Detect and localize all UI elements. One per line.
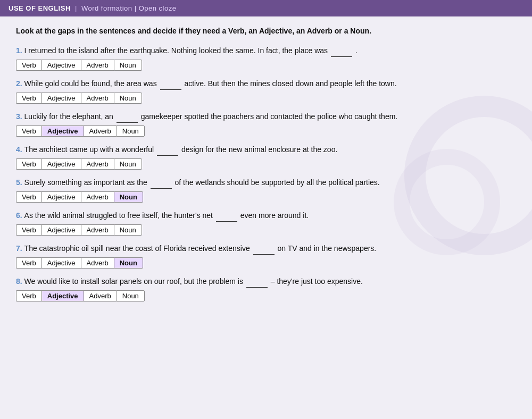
- question-4-options: VerbAdjectiveAdverbNoun: [16, 158, 516, 170]
- question-4: 4. The architect came up with a wonderfu…: [16, 144, 516, 170]
- question-3-blank: [117, 111, 138, 123]
- question-7-blank: [253, 243, 275, 255]
- question-6-number: 6.: [16, 211, 24, 220]
- question-2-option-adjective[interactable]: Adjective: [41, 93, 81, 104]
- question-2: 2. While gold could be found, the area w…: [16, 78, 516, 104]
- question-4-option-verb[interactable]: Verb: [16, 158, 41, 170]
- question-2-blank: [160, 78, 181, 90]
- question-5-option-adverb[interactable]: Adverb: [81, 191, 114, 203]
- question-4-number: 4.: [16, 145, 24, 154]
- question-7-option-noun[interactable]: Noun: [114, 257, 143, 269]
- question-3-text: 3. Luckily for the elephant, an gamekeep…: [16, 111, 516, 123]
- question-6-option-adverb[interactable]: Adverb: [81, 224, 114, 236]
- question-2-number: 2.: [16, 79, 24, 88]
- instructions: Look at the gaps in the sentences and de…: [16, 26, 516, 37]
- question-1-blank: [331, 45, 352, 57]
- question-7-options: VerbAdjectiveAdverbNoun: [16, 257, 516, 269]
- question-1: 1. I returned to the island after the ea…: [16, 45, 516, 71]
- question-5: 5. Surely something as important as the …: [16, 177, 516, 203]
- question-1-option-adjective[interactable]: Adjective: [41, 60, 81, 71]
- question-1-option-verb[interactable]: Verb: [16, 60, 41, 71]
- question-4-option-adjective[interactable]: Adjective: [41, 158, 81, 170]
- question-1-options: VerbAdjectiveAdverbNoun: [16, 60, 516, 71]
- question-8-option-verb[interactable]: Verb: [16, 290, 41, 301]
- question-5-number: 5.: [16, 178, 24, 187]
- question-8-option-adjective[interactable]: Adjective: [41, 290, 84, 301]
- question-3: 3. Luckily for the elephant, an gamekeep…: [16, 111, 516, 137]
- question-8-option-adverb[interactable]: Adverb: [84, 290, 117, 301]
- question-7-option-adjective[interactable]: Adjective: [41, 257, 81, 269]
- question-2-option-adverb[interactable]: Adverb: [81, 93, 114, 104]
- header-title: USE OF ENGLISH: [9, 4, 71, 12]
- question-6-options: VerbAdjectiveAdverbNoun: [16, 224, 516, 236]
- question-8-option-noun[interactable]: Noun: [117, 290, 145, 301]
- question-7-text: 7. The catastrophic oil spill near the c…: [16, 243, 516, 255]
- header-pipe: |: [75, 4, 79, 12]
- question-1-text: 1. I returned to the island after the ea…: [16, 45, 516, 57]
- question-6-option-verb[interactable]: Verb: [16, 224, 41, 236]
- question-4-blank: [157, 144, 178, 156]
- question-8-number: 8.: [16, 277, 24, 286]
- main-content: Look at the gaps in the sentences and de…: [0, 16, 532, 317]
- question-3-option-verb[interactable]: Verb: [16, 125, 41, 137]
- question-7-option-adverb[interactable]: Adverb: [81, 257, 114, 269]
- question-8-options: VerbAdjectiveAdverbNoun: [16, 290, 516, 301]
- question-6-blank: [216, 210, 237, 222]
- question-8-blank: [246, 276, 268, 288]
- question-6-option-adjective[interactable]: Adjective: [41, 224, 81, 236]
- question-3-option-adjective[interactable]: Adjective: [41, 125, 84, 137]
- header-subtitle: Word formation | Open cloze: [81, 4, 177, 12]
- question-5-text: 5. Surely something as important as the …: [16, 177, 516, 189]
- question-2-text: 2. While gold could be found, the area w…: [16, 78, 516, 90]
- page-header: USE OF ENGLISH | Word formation | Open c…: [0, 0, 532, 16]
- question-5-option-adjective[interactable]: Adjective: [41, 191, 81, 203]
- question-4-text: 4. The architect came up with a wonderfu…: [16, 144, 516, 156]
- question-1-option-noun[interactable]: Noun: [114, 60, 142, 71]
- question-7-option-verb[interactable]: Verb: [16, 257, 41, 269]
- question-1-number: 1.: [16, 46, 24, 55]
- question-3-option-adverb[interactable]: Adverb: [84, 125, 117, 137]
- question-4-option-adverb[interactable]: Adverb: [81, 158, 114, 170]
- question-5-option-noun[interactable]: Noun: [114, 191, 143, 203]
- question-6-text: 6. As the wild animal struggled to free …: [16, 210, 516, 222]
- question-5-blank: [151, 177, 172, 189]
- question-2-options: VerbAdjectiveAdverbNoun: [16, 93, 516, 104]
- question-7-number: 7.: [16, 244, 24, 253]
- question-6: 6. As the wild animal struggled to free …: [16, 210, 516, 236]
- question-6-option-noun[interactable]: Noun: [114, 224, 142, 236]
- question-7: 7. The catastrophic oil spill near the c…: [16, 243, 516, 269]
- question-1-option-adverb[interactable]: Adverb: [81, 60, 114, 71]
- question-3-number: 3.: [16, 112, 24, 121]
- question-5-option-verb[interactable]: Verb: [16, 191, 41, 203]
- questions-container: 1. I returned to the island after the ea…: [16, 45, 516, 301]
- question-8: 8. We would like to install solar panels…: [16, 276, 516, 301]
- question-8-text: 8. We would like to install solar panels…: [16, 276, 516, 288]
- question-5-options: VerbAdjectiveAdverbNoun: [16, 191, 516, 203]
- question-2-option-noun[interactable]: Noun: [114, 93, 142, 104]
- question-4-option-noun[interactable]: Noun: [114, 158, 142, 170]
- question-3-option-noun[interactable]: Noun: [117, 125, 145, 137]
- question-2-option-verb[interactable]: Verb: [16, 93, 41, 104]
- question-3-options: VerbAdjectiveAdverbNoun: [16, 125, 516, 137]
